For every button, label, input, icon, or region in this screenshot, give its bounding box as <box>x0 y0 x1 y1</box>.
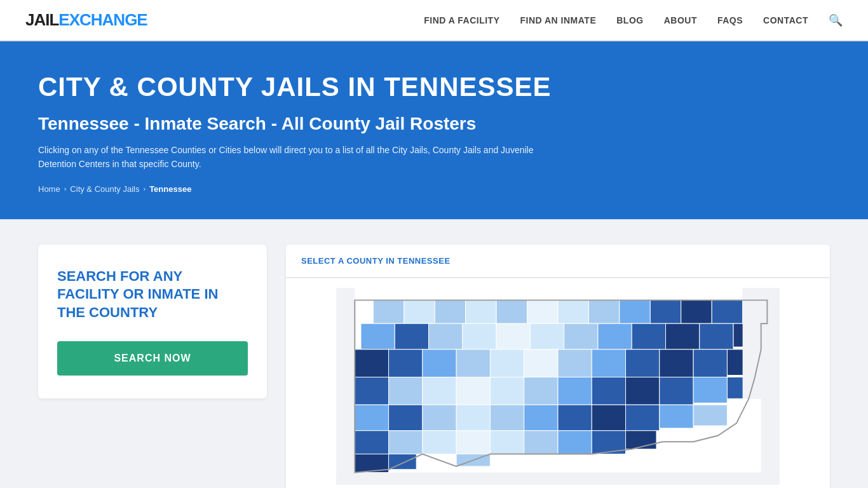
svg-rect-33 <box>626 349 660 377</box>
page-title: CITY & COUNTY JAILS IN TENNESSEE <box>38 72 830 102</box>
svg-rect-40 <box>456 377 490 405</box>
svg-rect-60 <box>355 431 388 454</box>
svg-rect-25 <box>355 349 388 377</box>
svg-rect-7 <box>588 300 619 323</box>
main-content: SEARCH FOR ANY FACILITY OR INMATE IN THE… <box>0 219 868 488</box>
svg-rect-51 <box>423 405 456 431</box>
breadcrumb-current: Tennessee <box>149 184 191 194</box>
svg-rect-34 <box>660 349 693 377</box>
svg-rect-35 <box>693 349 727 377</box>
tennessee-map[interactable]: .county { stroke: #fff; stroke-width: 1;… <box>336 288 780 485</box>
svg-rect-32 <box>592 349 625 377</box>
breadcrumb-sep-2: › <box>143 185 146 193</box>
promo-heading: SEARCH FOR ANY FACILITY OR INMATE IN THE… <box>57 268 248 322</box>
svg-rect-42 <box>524 377 558 405</box>
svg-rect-26 <box>389 349 423 377</box>
nav-contact[interactable]: CONTACT <box>763 15 808 25</box>
breadcrumb-parent[interactable]: City & County Jails <box>70 184 139 194</box>
svg-rect-52 <box>456 405 490 431</box>
map-card-header: SELECT A COUNTY IN TENNESSEE <box>286 245 830 278</box>
svg-rect-72 <box>336 288 355 485</box>
hero-section: CITY & COUNTY JAILS IN TENNESSEE Tenness… <box>0 41 868 219</box>
svg-rect-74 <box>336 472 780 484</box>
nav-blog[interactable]: BLOG <box>616 15 643 25</box>
svg-rect-20 <box>598 323 632 349</box>
breadcrumb-sep-1: › <box>64 185 67 193</box>
svg-rect-47 <box>693 377 727 403</box>
svg-rect-56 <box>592 405 625 431</box>
svg-rect-44 <box>592 377 625 405</box>
site-logo[interactable]: JAILEXCHANGE <box>25 10 147 30</box>
svg-rect-10 <box>681 300 712 323</box>
svg-rect-64 <box>490 431 524 454</box>
svg-rect-46 <box>660 377 693 405</box>
nav-find-inmate[interactable]: FIND AN INMATE <box>520 15 596 25</box>
svg-rect-23 <box>700 323 733 349</box>
svg-rect-13 <box>361 323 395 349</box>
nav-faqs[interactable]: FAQs <box>717 15 743 25</box>
svg-rect-59 <box>693 405 727 426</box>
svg-rect-28 <box>456 349 490 377</box>
svg-rect-8 <box>620 300 650 323</box>
site-header: JAILEXCHANGE FIND A FACILITY FIND AN INM… <box>0 0 868 41</box>
svg-rect-43 <box>558 377 592 405</box>
svg-rect-21 <box>632 323 665 349</box>
svg-rect-62 <box>423 431 456 454</box>
svg-rect-2 <box>435 300 465 323</box>
svg-rect-27 <box>423 349 456 377</box>
logo-exchange: EXCHANGE <box>58 10 147 29</box>
svg-rect-3 <box>466 300 496 323</box>
svg-rect-22 <box>666 323 700 349</box>
map-container[interactable]: .county { stroke: #fff; stroke-width: 1;… <box>286 278 830 488</box>
map-card-title: SELECT A COUNTY IN TENNESSEE <box>301 256 815 266</box>
svg-rect-9 <box>650 300 681 323</box>
header-search-button[interactable]: 🔍 <box>829 13 843 27</box>
svg-rect-65 <box>524 431 558 454</box>
page-description: Clicking on any of the Tennessee Countie… <box>38 143 534 172</box>
svg-rect-50 <box>389 405 423 431</box>
svg-rect-16 <box>463 323 496 349</box>
svg-rect-38 <box>389 377 423 405</box>
svg-rect-54 <box>524 405 558 431</box>
svg-rect-5 <box>527 300 558 323</box>
svg-rect-45 <box>626 377 660 405</box>
main-nav: FIND A FACILITY FIND AN INMATE BLOG ABOU… <box>424 13 843 27</box>
svg-rect-53 <box>490 405 524 431</box>
svg-rect-31 <box>558 349 592 377</box>
svg-rect-15 <box>429 323 463 349</box>
svg-rect-57 <box>626 405 660 431</box>
svg-marker-76 <box>743 288 780 323</box>
page-subtitle: Tennessee - Inmate Search - All County J… <box>38 114 830 134</box>
svg-rect-18 <box>530 323 564 349</box>
svg-rect-30 <box>524 349 558 377</box>
svg-rect-1 <box>404 300 435 323</box>
svg-rect-63 <box>456 431 490 454</box>
breadcrumb: Home › City & County Jails › Tennessee <box>38 184 830 194</box>
svg-rect-66 <box>558 431 592 454</box>
svg-rect-49 <box>355 405 388 431</box>
nav-about[interactable]: ABOUT <box>664 15 697 25</box>
breadcrumb-home[interactable]: Home <box>38 184 60 194</box>
svg-rect-55 <box>558 405 592 431</box>
svg-rect-61 <box>389 431 423 454</box>
svg-rect-4 <box>496 300 527 323</box>
svg-rect-19 <box>564 323 598 349</box>
svg-rect-0 <box>373 300 403 323</box>
svg-rect-17 <box>496 323 530 349</box>
logo-jail: JAIL <box>25 10 58 29</box>
search-promo-card: SEARCH FOR ANY FACILITY OR INMATE IN THE… <box>38 245 267 398</box>
county-map-card: SELECT A COUNTY IN TENNESSEE .county { s… <box>286 245 830 488</box>
svg-rect-37 <box>355 377 388 405</box>
nav-find-facility[interactable]: FIND A FACILITY <box>424 15 499 25</box>
svg-rect-29 <box>490 349 524 377</box>
search-now-button[interactable]: SEARCH NOW <box>57 341 248 376</box>
svg-rect-11 <box>712 300 742 323</box>
svg-rect-14 <box>395 323 428 349</box>
svg-rect-39 <box>423 377 456 405</box>
svg-rect-6 <box>558 300 588 323</box>
svg-rect-58 <box>660 405 693 428</box>
svg-rect-41 <box>490 377 524 405</box>
